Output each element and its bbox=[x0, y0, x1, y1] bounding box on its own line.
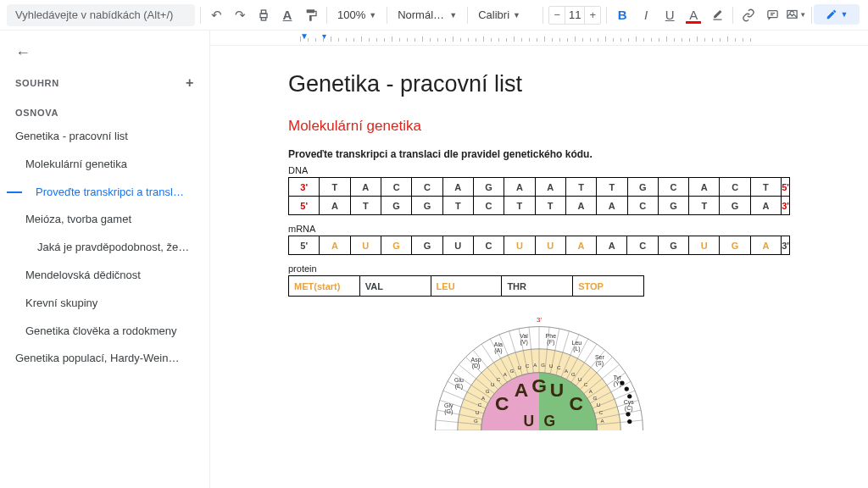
dna-cell: G bbox=[720, 197, 750, 215]
summary-heading: SOUHRN bbox=[15, 78, 59, 88]
font-family-select[interactable]: Calibri▼ bbox=[473, 5, 537, 25]
font-size-decrease[interactable]: − bbox=[549, 8, 565, 21]
dna-cell: A bbox=[320, 197, 350, 215]
mrna-cell: A bbox=[597, 236, 627, 255]
dna-cell: T bbox=[320, 178, 350, 197]
dna-cell: G bbox=[627, 178, 658, 197]
codon-wheel-image: Gly(G)Glu(E)Asp(D)Ala(A)Val(V)Phe(F)Leu(… bbox=[420, 312, 658, 430]
undo-icon[interactable]: ↶ bbox=[206, 5, 226, 25]
svg-text:G: G bbox=[486, 388, 490, 394]
svg-text:U: U bbox=[549, 363, 553, 369]
outline-item[interactable]: Jaká je pravděpodobnost, že… bbox=[0, 234, 209, 262]
svg-text:G: G bbox=[543, 413, 555, 430]
font-size-control: − 11 + bbox=[548, 6, 601, 25]
outline-item[interactable]: Molekulární genetika bbox=[0, 151, 209, 179]
dna-cell: T bbox=[689, 197, 720, 215]
outline-item[interactable]: Genetika - pracovní list bbox=[0, 123, 209, 151]
underline-button[interactable]: U bbox=[659, 5, 680, 25]
mrna-cell: U bbox=[535, 236, 565, 255]
horizontal-ruler[interactable]: ▼▾ bbox=[210, 30, 868, 46]
svg-text:G: G bbox=[541, 362, 545, 368]
dna-cell: T bbox=[442, 197, 473, 215]
mrna-cell: G bbox=[412, 236, 442, 255]
svg-text:U: U bbox=[550, 379, 564, 401]
dna-cell: 5' bbox=[782, 178, 790, 197]
mrna-cell: U bbox=[350, 236, 381, 255]
dna-cell: 5' bbox=[289, 197, 320, 215]
bold-button[interactable]: B bbox=[612, 5, 632, 25]
editing-mode-select[interactable]: ▼ bbox=[814, 4, 860, 25]
mrna-cell: C bbox=[627, 236, 658, 255]
font-size-input[interactable]: 11 bbox=[565, 7, 585, 24]
mrna-cell: U bbox=[504, 236, 535, 255]
pencil-icon bbox=[826, 8, 837, 20]
svg-text:U: U bbox=[578, 376, 581, 382]
dna-cell: A bbox=[597, 197, 627, 215]
svg-point-60 bbox=[625, 386, 629, 391]
outline-item[interactable]: Genetika člověka a rodokmeny bbox=[0, 318, 209, 346]
protein-table: MET(start)VALLEUTHRSTOP bbox=[288, 275, 644, 297]
svg-text:U: U bbox=[476, 409, 479, 415]
outline-item[interactable]: Proveďte transkripci a transl… bbox=[0, 179, 209, 207]
svg-text:U: U bbox=[523, 413, 534, 430]
zoom-select[interactable]: 100%▼ bbox=[332, 5, 381, 25]
svg-rect-0 bbox=[260, 14, 267, 18]
protein-label: protein bbox=[288, 263, 790, 274]
dna-cell: C bbox=[412, 178, 442, 197]
insert-link-icon[interactable] bbox=[738, 5, 759, 25]
dna-cell: C bbox=[627, 197, 658, 215]
dna-cell: G bbox=[412, 197, 442, 215]
mrna-cell: U bbox=[689, 236, 720, 255]
svg-text:Glu(E): Glu(E) bbox=[454, 377, 464, 390]
menu-search-input[interactable]: Vyhledávejte v nabídkách (Alt+/) bbox=[7, 4, 195, 26]
svg-point-63 bbox=[627, 419, 632, 424]
dna-cell: A bbox=[350, 178, 381, 197]
protein-cell: STOP bbox=[573, 276, 644, 297]
dna-cell: A bbox=[442, 178, 473, 197]
svg-rect-1 bbox=[261, 10, 265, 14]
svg-text:C: C bbox=[557, 364, 561, 370]
dna-cell: 3' bbox=[782, 197, 790, 215]
outline-item[interactable]: Krevní skupiny bbox=[0, 290, 209, 318]
dna-cell: G bbox=[658, 197, 688, 215]
dna-cell: C bbox=[658, 178, 688, 197]
dna-table: 3'TACCAGAATTGCACT5'5'ATGGTCTTAACGTGA3' bbox=[288, 177, 790, 215]
font-size-increase[interactable]: + bbox=[585, 8, 600, 21]
paragraph-style-select[interactable]: Normální t…▼ bbox=[392, 5, 462, 25]
svg-text:G: G bbox=[531, 374, 547, 396]
text-color-button[interactable]: A bbox=[683, 5, 704, 25]
mrna-cell: U bbox=[442, 236, 473, 255]
dna-cell: T bbox=[350, 197, 381, 215]
svg-text:C: C bbox=[570, 392, 583, 414]
svg-rect-2 bbox=[261, 17, 265, 19]
add-summary-icon[interactable]: + bbox=[186, 75, 194, 91]
print-icon[interactable] bbox=[253, 5, 274, 25]
svg-rect-3 bbox=[768, 11, 777, 18]
spellcheck-icon[interactable]: A bbox=[277, 5, 298, 25]
paint-format-icon[interactable] bbox=[301, 5, 321, 25]
mrna-cell: A bbox=[320, 236, 350, 255]
dna-cell: A bbox=[750, 197, 781, 215]
expand-up-icon[interactable]: ⌃ bbox=[782, 5, 802, 25]
svg-text:Val(V): Val(V) bbox=[520, 333, 528, 346]
back-icon[interactable]: ← bbox=[0, 41, 209, 70]
svg-text:G: G bbox=[510, 368, 515, 374]
dna-label: DNA bbox=[288, 165, 790, 175]
dna-cell: T bbox=[535, 197, 565, 215]
outline-item[interactable]: Mendelovská dědičnost bbox=[0, 262, 209, 290]
svg-text:A: A bbox=[515, 379, 528, 401]
mrna-cell: A bbox=[750, 236, 781, 255]
outline-item[interactable]: Meióza, tvorba gamet bbox=[0, 206, 209, 234]
outline-item[interactable]: Genetika populací, Hardy-Wein… bbox=[0, 345, 209, 373]
redo-icon[interactable]: ↷ bbox=[230, 5, 250, 25]
italic-button[interactable]: I bbox=[636, 5, 656, 25]
document-title: Genetika - pracovní list bbox=[288, 71, 790, 97]
insert-comment-icon[interactable] bbox=[762, 5, 782, 25]
dna-cell: T bbox=[565, 178, 596, 197]
svg-text:Ser(S): Ser(S) bbox=[595, 354, 605, 367]
mrna-cell: G bbox=[720, 236, 750, 255]
dna-cell: A bbox=[504, 178, 535, 197]
highlight-button[interactable] bbox=[707, 5, 727, 25]
svg-text:U: U bbox=[597, 402, 600, 408]
document-canvas[interactable]: ▼▾ Genetika - pracovní list Molekulární … bbox=[210, 30, 868, 488]
